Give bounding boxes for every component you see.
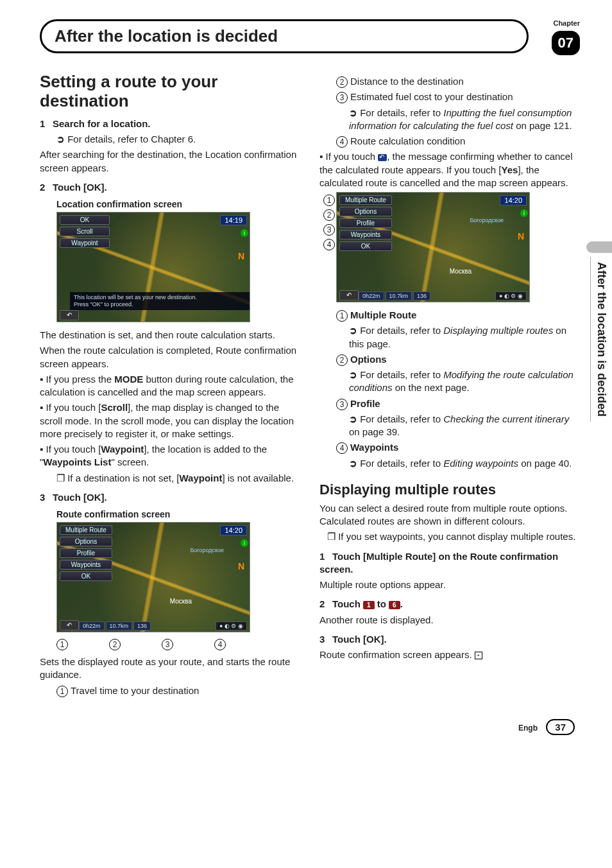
- def-options-detail: For details, refer to Modifying the rout…: [319, 369, 580, 395]
- step-1: 1Search for a location.: [40, 117, 300, 130]
- status-cost: 136: [133, 621, 151, 630]
- status-icons: ● ◐ ⚙ ◉: [216, 621, 247, 630]
- para-sets-route: Sets the displayed route as your route, …: [40, 655, 300, 682]
- bullet-scroll: If you touch [Scroll], the map display i…: [40, 401, 300, 440]
- side-tab-label: After the location is decided: [590, 257, 612, 422]
- chapter-label: Chapter: [553, 19, 580, 27]
- callout-desc-4: 4Route calculation condition: [319, 135, 580, 148]
- note-waypoints-no-multiple: If you set waypoints, you cannot display…: [319, 530, 580, 543]
- caption-location-confirmation: Location confirmation screen: [56, 199, 300, 209]
- mr-step-2-after: Another route is displayed.: [319, 614, 580, 627]
- footer-language: Engb: [518, 724, 538, 733]
- scroll-button[interactable]: Scroll: [60, 227, 110, 236]
- status-time: 0h22m: [79, 621, 105, 630]
- status-distance: 10.7km: [386, 291, 412, 300]
- chapter-number-badge: 07: [552, 31, 580, 55]
- info-icon: i: [520, 209, 528, 217]
- callout-3: 3: [162, 639, 173, 650]
- side-callout-4: 4: [323, 239, 335, 250]
- mr-step-1: 1Touch [Multiple Route] on the Route con…: [319, 550, 580, 577]
- left-column: Setting a route to your destination 1Sea…: [40, 73, 300, 700]
- status-cost: 136: [413, 291, 430, 300]
- back-icon[interactable]: ↶: [60, 310, 79, 320]
- side-callout-3: 3: [323, 224, 335, 236]
- ok-button[interactable]: OK: [60, 571, 112, 581]
- multiple-route-button[interactable]: Multiple Route: [60, 525, 112, 535]
- time-display: 14:20: [220, 525, 247, 535]
- callout-2: 2: [109, 639, 121, 650]
- profile-button[interactable]: Profile: [60, 548, 112, 558]
- callout-desc-1: 1Travel time to your destination: [40, 684, 300, 697]
- para-multiple-routes: You can select a desired route from mult…: [319, 502, 580, 528]
- back-icon[interactable]: ↶: [339, 290, 359, 300]
- callout-1: 1: [56, 639, 68, 650]
- def-options: 2Options: [319, 353, 580, 366]
- step-2: 2Touch [OK].: [40, 181, 300, 194]
- route-tab-6-icon: 6: [389, 601, 400, 609]
- map-area-label: Богородское: [470, 217, 504, 223]
- status-icons: ● ◐ ⚙ ◉: [495, 291, 527, 300]
- options-button[interactable]: Options: [60, 537, 112, 546]
- side-callout-2: 2: [323, 209, 335, 221]
- status-distance: 10.7km: [106, 621, 133, 630]
- compass-icon: N: [238, 251, 244, 261]
- map-area-label: Богородское: [190, 547, 224, 553]
- button-column: OK Scroll Waypoint: [60, 215, 110, 248]
- step-3: 3Touch [OK].: [40, 491, 300, 504]
- page-title: After the location is decided: [40, 19, 529, 53]
- section-end-icon: ▪: [475, 652, 482, 659]
- waypoints-button[interactable]: Waypoints: [339, 230, 392, 239]
- mr-step-1-after: Multiple route options appear.: [319, 578, 580, 591]
- status-time: 0h22m: [359, 291, 384, 300]
- def-waypoints: 4Waypoints: [319, 441, 580, 454]
- para-destination-set: The destination is set, and then route c…: [40, 329, 300, 342]
- mr-step-2: 2Touch 1 to 6.: [319, 598, 580, 611]
- map-city-label: Москва: [170, 598, 192, 605]
- button-column: Multiple Route Options Profile Waypoints…: [339, 195, 392, 251]
- heading-setting-route: Setting a route to your destination: [40, 73, 300, 111]
- callout-desc-3: 3Estimated fuel cost to your destination: [319, 91, 580, 103]
- mr-step-3: 3Touch [OK].: [319, 633, 580, 646]
- waypoint-button[interactable]: Waypoint: [60, 238, 110, 248]
- waypoints-button[interactable]: Waypoints: [60, 560, 112, 569]
- compass-icon: N: [518, 231, 524, 241]
- bullet-cancel-route: If you touch , the message confirming wh…: [319, 150, 580, 189]
- screenshot-route-confirmation-1: 14:20 i Multiple Route Options Profile W…: [56, 522, 250, 632]
- step-1-after: After searching for the destination, the…: [40, 148, 300, 175]
- screenshot-location-confirmation: 14:19 i OK Scroll Waypoint N This locati…: [56, 212, 250, 322]
- ok-button[interactable]: OK: [339, 241, 392, 251]
- callout-desc-2: 2Distance to the destination: [319, 75, 580, 88]
- time-display: 14:19: [220, 215, 247, 225]
- options-button[interactable]: Options: [339, 207, 392, 216]
- side-callout-1: 1: [323, 195, 335, 206]
- status-bar: 0h22m 10.7km 136 ● ◐ ⚙ ◉: [359, 291, 527, 300]
- mr-step-3-after: Route confirmation screen appears. ▪: [319, 648, 580, 661]
- step-1-detail: For details, refer to Chapter 6.: [40, 133, 300, 146]
- footer-page-number: 37: [546, 719, 575, 735]
- heading-displaying-multiple-routes: Displaying multiple routes: [319, 482, 580, 498]
- message-bar: This location will be set as your new de…: [70, 292, 250, 310]
- right-column: 2Distance to the destination 3Estimated …: [319, 73, 580, 700]
- route-tab-1-icon: 1: [363, 601, 375, 609]
- status-bar: 0h22m 10.7km 136 ● ◐ ⚙ ◉: [79, 621, 247, 630]
- side-tab-accent: [586, 241, 612, 253]
- caption-route-confirmation: Route confirmation screen: [56, 509, 300, 519]
- def-profile: 3Profile: [319, 397, 580, 410]
- info-icon: i: [241, 539, 248, 547]
- bullet-mode: If you press the MODE button during rout…: [40, 373, 300, 399]
- callouts-row: 1 2 3 4: [56, 639, 300, 650]
- callout-3-detail: For details, refer to Inputting the fuel…: [319, 107, 580, 133]
- def-multiple-route-detail: For details, refer to Displaying multipl…: [319, 324, 580, 351]
- multiple-route-button[interactable]: Multiple Route: [339, 195, 392, 205]
- def-waypoints-detail: For details, refer to Editing waypoints …: [319, 457, 580, 470]
- compass-icon: N: [238, 561, 244, 571]
- map-city-label: Москва: [450, 268, 472, 275]
- profile-button[interactable]: Profile: [339, 218, 392, 228]
- page-footer: Engb 37: [40, 719, 580, 735]
- note-waypoint-unavailable: If a destination is not set, [Waypoint] …: [40, 472, 300, 485]
- para-route-complete: When the route calculation is completed,…: [40, 344, 300, 370]
- ok-button[interactable]: OK: [60, 215, 110, 225]
- info-icon: i: [241, 229, 248, 237]
- button-column: Multiple Route Options Profile Waypoints…: [60, 525, 112, 581]
- back-icon[interactable]: ↶: [60, 620, 79, 630]
